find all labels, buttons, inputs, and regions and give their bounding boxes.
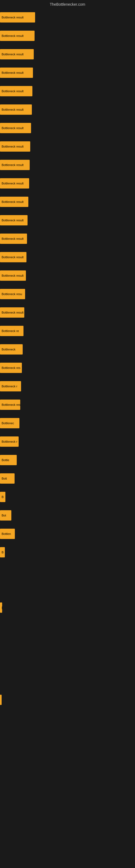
bar-row: Bottleneck result [0,63,135,82]
bar-row: Bottleneck result [0,100,135,119]
result-bar[interactable]: Bottleneck r [0,381,21,392]
bar-row: | [0,598,135,617]
result-bar[interactable] [0,695,2,705]
bar-row: B [0,488,135,506]
bar-row: Bottlen [0,525,135,543]
result-bar[interactable]: Bottleneck result [0,12,35,23]
bar-row: Bottle [0,451,135,469]
bar-label: Bottleneck [2,348,15,351]
bar-label: Bottle [2,458,9,462]
bar-row: Bottleneck resu [0,396,135,414]
bar-label: Bottleneck result [2,71,24,74]
bar-row: Bottleneck result [0,82,135,100]
bar-label: Bottleneck result [2,53,24,56]
result-bar[interactable]: Bottleneck result [0,86,32,96]
bar-label: Bottleneck result [2,200,24,204]
bar-label: Bottleneck result [2,163,24,166]
result-bar[interactable]: | [0,602,2,613]
bar-row: Bottleneck result [0,45,135,63]
bar-label: Bott [2,477,7,480]
bar-row: Bottleneck result [0,267,135,285]
bar-row [0,561,135,580]
bar-row: Bottleneck result [0,303,135,322]
bar-row: Bottleneck result [0,174,135,193]
result-bar[interactable]: Bottleneck result [0,141,30,152]
bar-label: Bottleneck result [2,274,24,277]
bar-row: Bottleneck result [0,137,135,156]
bar-label: Bottleneck result [2,90,24,93]
bar-row [0,617,135,635]
bar-row: Bottleneck r [0,432,135,451]
bar-row: Bott [0,469,135,488]
result-bar[interactable]: B [0,492,5,502]
bar-label: Bottleneck resu [2,292,22,296]
bar-row [0,654,135,672]
result-bar[interactable]: Bott [0,473,14,484]
result-bar[interactable]: Bottleneck result [0,307,24,318]
bar-row: Bottleneck result [0,156,135,174]
result-bar[interactable]: Bottleneck res [0,363,22,373]
result-bar[interactable]: Bottlenec [0,418,19,428]
bar-label: Bottleneck result [2,126,24,130]
bar-label: Bottleneck result [2,34,24,37]
result-bar[interactable]: Bottleneck result [0,234,27,244]
result-bar[interactable]: Bottleneck result [0,197,28,207]
bar-row [0,691,135,709]
result-bar[interactable]: Bottleneck result [0,215,28,225]
result-bar[interactable]: Bottleneck result [0,123,31,133]
bar-label: Bottleneck r [2,440,17,443]
result-bar[interactable]: Bottleneck result [0,160,30,170]
bar-label: B [2,495,3,499]
result-bar[interactable]: Bottleneck result [0,49,34,59]
bar-label: | [2,606,2,609]
result-bar[interactable]: Bottleneck result [0,31,35,41]
bar-row: Bottleneck resu [0,285,135,303]
result-bar[interactable]: Bottleneck result [0,252,27,262]
result-bar[interactable]: Bottleneck [0,344,23,354]
bar-label: Bottleneck result [2,255,24,259]
bar-row: Bottleneck result [0,8,135,27]
bar-row [0,580,135,598]
bar-label: Bottleneck result [2,108,24,111]
bar-row [0,635,135,654]
bar-row: Bottleneck result [0,211,135,229]
bar-row: Bottleneck result [0,119,135,137]
bar-row: Bottleneck [0,340,135,359]
result-bar[interactable]: Bottleneck resu [0,400,20,410]
result-bar[interactable]: Bottleneck resu [0,289,25,299]
bar-label: Bottleneck result [2,219,24,222]
bar-label: Bottleneck re [2,329,19,333]
bar-row: Bottleneck result [0,229,135,248]
bar-row: B [0,543,135,561]
bar-row [0,672,135,691]
bar-label: Bottleneck res [2,366,20,369]
result-bar[interactable]: B [0,547,5,557]
bar-row: Bottleneck res [0,359,135,377]
bar-row: Bot [0,506,135,525]
bar-label: Bottlenec [2,422,14,425]
bar-label: Bottleneck result [2,145,24,148]
result-bar[interactable]: Bottleneck r [0,436,18,447]
bar-label: Bottleneck resu [2,403,20,406]
result-bar[interactable]: Bottle [0,455,17,465]
result-bar[interactable]: Bot [0,510,11,521]
bar-label: Bottleneck result [2,237,24,240]
bar-label: Bot [2,514,6,517]
bar-label: Bottleneck result [2,182,24,185]
result-bar[interactable]: Bottleneck result [0,67,33,78]
result-bar[interactable]: Bottleneck result [0,178,29,188]
result-bar[interactable]: Bottleneck result [0,271,26,281]
site-title: TheBottlenecker.com [0,0,135,8]
bar-label: Bottleneck result [2,16,24,19]
bar-label: Bottleneck result [2,311,24,314]
result-bar[interactable]: Bottleneck re [0,326,24,336]
bar-row: Bottleneck result [0,193,135,211]
bar-row: Bottleneck r [0,377,135,396]
result-bar[interactable]: Bottleneck result [0,104,32,115]
result-bar[interactable]: Bottlen [0,529,15,539]
bar-label: Bottlen [2,532,11,535]
bar-label: B [2,551,3,554]
bar-row: Bottleneck result [0,248,135,267]
bar-row: Bottleneck re [0,322,135,340]
bar-row: Bottlenec [0,414,135,432]
